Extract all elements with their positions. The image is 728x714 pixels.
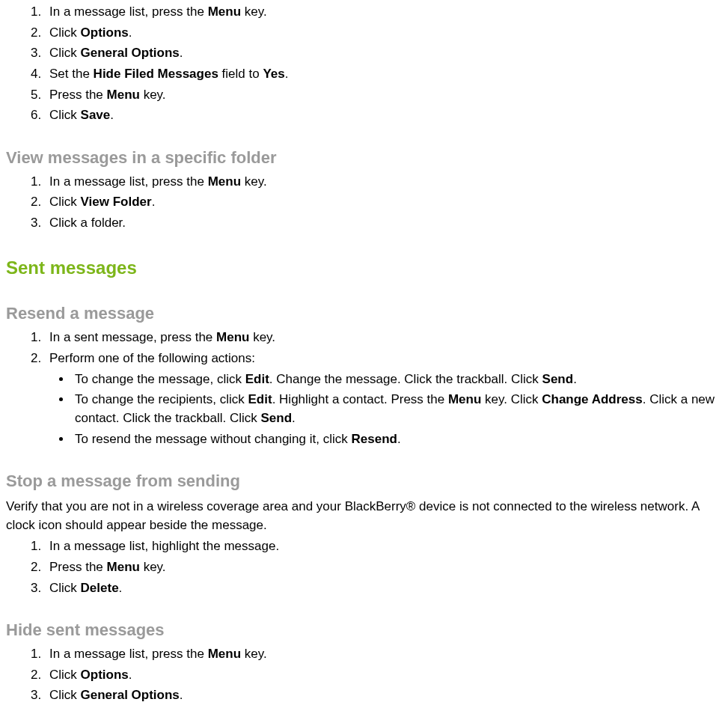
- list-item: In a sent message, press the Menu key.: [45, 329, 722, 347]
- bullet-text: .: [397, 432, 401, 446]
- step-text: Press the: [49, 88, 107, 102]
- step-text: Click: [49, 668, 81, 682]
- list-item: In a message list, press the Menu key.: [45, 645, 722, 664]
- step-text: key.: [241, 647, 267, 661]
- step-text: .: [129, 25, 132, 40]
- step-text: field to: [218, 67, 263, 81]
- heading-stop-sending: Stop a message from sending: [6, 469, 722, 493]
- step-text: Click: [49, 25, 81, 40]
- step-bold: Menu: [107, 560, 140, 574]
- list-item: In a message list, press the Menu key.: [45, 3, 722, 22]
- bullet-bold: Change Address: [542, 392, 642, 406]
- step-text: Click: [49, 688, 81, 702]
- bullet-bold: Resend: [351, 432, 397, 446]
- step-text: .: [129, 668, 132, 682]
- step-text: Click a folder.: [49, 216, 126, 230]
- bullet-text: . Highlight a contact. Press the: [272, 392, 448, 406]
- step-text: Perform one of the following actions:: [49, 351, 255, 365]
- bullet-bold: Send: [542, 372, 574, 386]
- list-item: In a message list, press the Menu key.: [45, 173, 722, 192]
- bullet-text: . Change the message. Click the trackbal…: [269, 372, 542, 386]
- step-bold: General Options: [81, 46, 180, 60]
- step-bold: Hide Filed Messages: [94, 67, 218, 81]
- step-text: .: [180, 46, 183, 60]
- step-text: In a message list, press the: [49, 4, 208, 19]
- step-text: .: [180, 688, 183, 702]
- step-text: Click: [49, 195, 81, 209]
- step-text: Click: [49, 46, 81, 60]
- step-text: In a message list, press the: [49, 647, 208, 661]
- step-text: .: [285, 67, 289, 81]
- bullet-text: To resend the message without changing i…: [75, 432, 351, 446]
- step-bold: Options: [81, 25, 129, 40]
- bullet-bold: Edit: [245, 372, 269, 386]
- step-bold: Menu: [107, 88, 140, 102]
- step-text: In a sent message, press the: [49, 330, 216, 344]
- step-text: Press the: [49, 560, 107, 574]
- resend-sub-bullets: To change the message, click Edit. Chang…: [49, 370, 722, 449]
- list-item: In a message list, highlight the message…: [45, 537, 722, 556]
- step-text: Set the: [49, 67, 94, 81]
- stop-intro-paragraph: Verify that you are not in a wireless co…: [6, 498, 722, 534]
- step-text: .: [152, 195, 156, 209]
- list-item: Click Save.: [45, 106, 722, 125]
- step-text: key.: [241, 4, 267, 19]
- heading-resend: Resend a message: [6, 302, 722, 326]
- step-bold: Menu: [208, 174, 241, 189]
- step-text: In a message list, press the: [49, 174, 208, 189]
- list-item: Click Delete.: [45, 579, 722, 598]
- step-text: .: [110, 108, 114, 122]
- step-bold: Menu: [208, 647, 241, 661]
- list-item: Click Options.: [45, 24, 722, 43]
- bullet-bold: Edit: [248, 392, 272, 406]
- list-item: Click General Options.: [45, 44, 722, 63]
- step-text: .: [119, 581, 123, 595]
- list-item: Press the Menu key.: [45, 558, 722, 577]
- step-bold: Delete: [81, 581, 119, 595]
- list-item: Perform one of the following actions: To…: [45, 350, 722, 448]
- hide-filed-steps: In a message list, press the Menu key. C…: [6, 3, 722, 125]
- list-item: Press the Menu key.: [45, 86, 722, 105]
- view-folder-steps: In a message list, press the Menu key. C…: [6, 173, 722, 233]
- bullet-item: To change the recipients, click Edit. Hi…: [72, 391, 722, 427]
- bullet-item: To change the message, click Edit. Chang…: [72, 370, 722, 389]
- bullet-text: key. Click: [481, 392, 542, 406]
- step-text: Click: [49, 581, 81, 595]
- step-text: Click: [49, 108, 81, 122]
- step-text: In a message list, highlight the message…: [49, 539, 279, 553]
- resend-steps: In a sent message, press the Menu key. P…: [6, 329, 722, 448]
- step-bold: Menu: [216, 330, 249, 344]
- step-bold: Options: [81, 668, 129, 682]
- bullet-text: To change the message, click: [75, 372, 245, 386]
- bullet-item: To resend the message without changing i…: [72, 430, 722, 449]
- list-item: Click Options.: [45, 666, 722, 685]
- step-text: key.: [249, 330, 275, 344]
- heading-hide-sent: Hide sent messages: [6, 618, 722, 642]
- bullet-bold: Send: [260, 411, 292, 425]
- heading-sent-messages: Sent messages: [6, 255, 722, 281]
- bullet-text: .: [573, 372, 577, 386]
- step-text: key.: [140, 88, 166, 102]
- step-bold: General Options: [81, 688, 180, 702]
- list-item: Click General Options.: [45, 686, 722, 705]
- step-text: key.: [241, 174, 267, 189]
- list-item: Set the Hide Filed Messages field to Yes…: [45, 65, 722, 84]
- step-bold: Save: [81, 108, 111, 122]
- step-bold: View Folder: [81, 195, 152, 209]
- step-bold: Yes: [263, 67, 284, 81]
- bullet-text: To change the recipients, click: [75, 392, 248, 406]
- list-item: Click View Folder.: [45, 193, 722, 212]
- step-text: key.: [140, 560, 166, 574]
- list-item: Click a folder.: [45, 214, 722, 233]
- bullet-bold: Menu: [448, 392, 481, 406]
- hide-sent-steps: In a message list, press the Menu key. C…: [6, 645, 722, 705]
- bullet-text: .: [292, 411, 296, 425]
- heading-view-folder: View messages in a specific folder: [6, 146, 722, 170]
- stop-steps: In a message list, highlight the message…: [6, 537, 722, 597]
- step-bold: Menu: [208, 4, 241, 19]
